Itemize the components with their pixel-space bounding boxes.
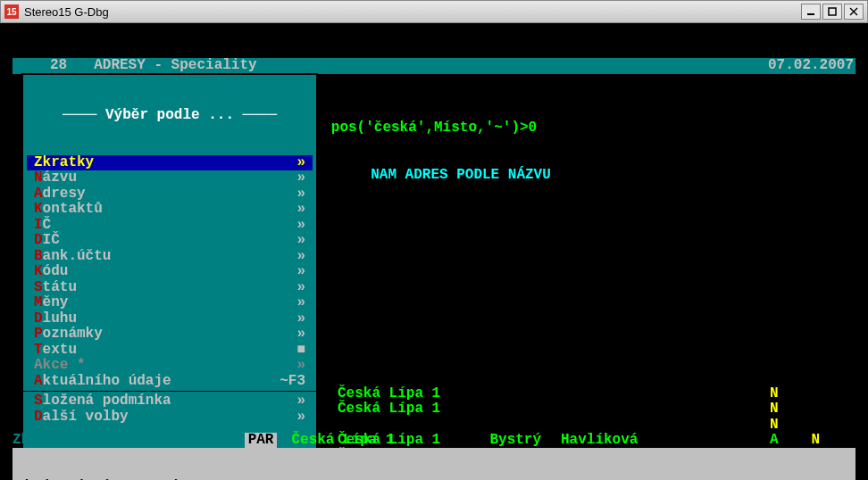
hotkey: D [34, 310, 43, 327]
menu-arrow: » [296, 249, 305, 265]
table-row[interactable]: 01Česká Lípa 1N [298, 401, 855, 418]
menu-label: Názvu [34, 170, 296, 186]
hotkey: N [34, 170, 43, 186]
menu-arrow: ■ [296, 343, 305, 359]
table-row[interactable]: N [298, 418, 855, 434]
menu-item[interactable]: Měny» [27, 295, 313, 311]
hotkey: M [34, 294, 43, 310]
menu-arrow: » [296, 311, 305, 327]
status-bar: Zkrácený název a místo Hledání podle hod… [13, 448, 855, 480]
maximize-icon [828, 7, 837, 16]
menu-item[interactable]: Názvu» [27, 170, 313, 186]
hotkey: P [34, 326, 43, 342]
svg-rect-1 [829, 8, 836, 15]
menu-item[interactable]: DIČ» [27, 233, 313, 249]
maximize-button[interactable] [822, 4, 842, 20]
menu-arrow: » [296, 264, 305, 280]
hotkey: S [34, 279, 43, 295]
titlebar[interactable]: 15 Stereo15 G-Dbg [0, 0, 868, 23]
window: 15 Stereo15 G-Dbg 28 ADRESY - Speciality… [0, 0, 868, 480]
cell-vyb: N [770, 401, 788, 418]
menu-arrow: » [296, 218, 305, 234]
menu-label: Měny [34, 295, 296, 311]
menu-item[interactable]: Kontaktů» [27, 202, 313, 218]
minimize-icon [806, 7, 815, 16]
menu-label: Kontaktů [34, 202, 296, 218]
menu-item[interactable]: Adresy» [27, 186, 313, 203]
menu-item[interactable]: Další volby» [27, 410, 313, 426]
menu-label: Bank.účtu [34, 249, 296, 265]
menu-body: Zkratky»Názvu»Adresy»Kontaktů»IČ»DIČ»Ban… [27, 155, 313, 426]
menu-arrow: » [296, 170, 305, 186]
hotkey: Z [34, 154, 43, 170]
footer-misto: Česká Lípa 1 [286, 433, 429, 449]
menu-item[interactable]: Státu» [27, 280, 313, 296]
hotkey: B [34, 248, 43, 264]
menu-label: Adresy [34, 186, 296, 203]
menu-arrow: ~F3 [280, 374, 305, 390]
menu-label: Kódu [34, 264, 296, 280]
menu-label: Další volby [34, 410, 296, 426]
popup-title: ──── Výběr podle ... ──── [27, 108, 313, 124]
menu-arrow: » [296, 327, 305, 343]
hotkey: K [34, 201, 43, 217]
hotkey: D [34, 232, 43, 248]
menu-label: DIČ [34, 233, 296, 249]
menu-arrow: » [296, 155, 305, 171]
header-bar: 28 ADRESY - Speciality 07.02.2007 [13, 58, 855, 74]
hotkey: A [34, 373, 43, 389]
menu-item[interactable]: Složená podmínka» [27, 393, 313, 410]
menu-label: Složená podmínka [34, 393, 296, 410]
footer-vyb: N [811, 433, 855, 449]
menu-arrow: » [296, 358, 305, 374]
menu-arrow: » [296, 280, 305, 296]
menu-label: Akce * [34, 358, 296, 374]
menu-arrow: » [296, 295, 305, 311]
close-icon [849, 7, 858, 16]
app-icon: 15 [4, 4, 19, 19]
menu-arrow: » [296, 410, 305, 426]
cell-vyb: N [770, 418, 788, 434]
footer-row: Zkušební příklad s.r.o. / PAR Česká Lípa… [13, 433, 855, 449]
header-number: 28 [14, 58, 67, 74]
menu-item[interactable]: Poznámky» [27, 327, 313, 343]
menu-label: Textu [34, 343, 296, 359]
cell-misto: Česká Lípa 1 [334, 386, 557, 402]
menu-arrow: » [296, 233, 305, 249]
menu-label: Dluhu [34, 311, 296, 327]
menu-arrow: » [296, 202, 305, 218]
menu-arrow: » [296, 186, 305, 203]
hotkey: S [34, 393, 43, 409]
menu-item[interactable]: Kódu» [27, 264, 313, 280]
footer-prijmeni: Bystrý [429, 433, 579, 449]
window-title: Stereo15 G-Dbg [24, 5, 799, 19]
menu-label: Zkratky [34, 155, 296, 171]
menu-item[interactable]: Textu■ [27, 343, 313, 359]
close-button[interactable] [844, 4, 864, 20]
hotkey: T [34, 342, 43, 358]
menu-label: Poznámky [34, 327, 296, 343]
menu-separator [23, 391, 316, 392]
hotkey: I [34, 217, 43, 233]
table-row[interactable]: 06Česká Lípa 1N [298, 386, 855, 402]
header-title: ADRESY - Speciality [67, 58, 256, 74]
minimize-button[interactable] [801, 4, 821, 20]
hotkey: K [34, 263, 43, 279]
menu-item: Akce *» [27, 358, 313, 374]
footer-par-badge: PAR [245, 433, 278, 449]
dos-screen: 28 ADRESY - Speciality 07.02.2007 pos('č… [0, 23, 868, 480]
menu-label: Aktuálního údaje [34, 374, 280, 390]
cell-vyb: N [770, 386, 788, 402]
menu-item[interactable]: Zkratky» [27, 155, 313, 171]
menu-item[interactable]: IČ» [27, 218, 313, 234]
menu-item[interactable]: Dluhu» [27, 311, 313, 327]
header-date: 07.02.2007 [768, 58, 854, 74]
hotkey: A [34, 186, 43, 202]
menu-item[interactable]: Bank.účtu» [27, 249, 313, 265]
hotkey: D [34, 409, 43, 425]
menu-arrow: » [296, 393, 305, 410]
menu-label: IČ [34, 218, 296, 234]
cell-misto: Česká Lípa 1 [334, 401, 557, 418]
menu-item[interactable]: Aktuálního údaje~F3 [27, 374, 313, 390]
menu-label: Státu [34, 280, 296, 296]
